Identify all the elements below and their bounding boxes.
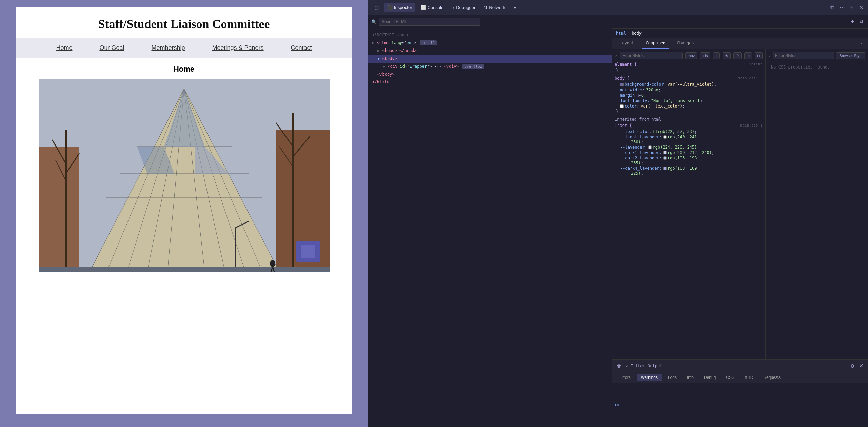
svg-rect-1 [39, 147, 79, 272]
close-console-btn[interactable]: ✕ [857, 361, 865, 370]
filter-styles-input[interactable] [620, 52, 683, 59]
tab-layout[interactable]: Layout [615, 38, 638, 49]
page-container: Staff/Student Liaison Committee Home Our… [16, 7, 352, 414]
page-title: Staff/Student Liaison Committee [23, 17, 345, 31]
html-open-line[interactable]: ▶ <html lang="en"> scroll [368, 39, 612, 47]
filter-icon: ▽ [615, 53, 617, 58]
html-div-wrapper-line[interactable]: ▶ <div id="wrapper"> ··· </div> overflow [368, 63, 612, 71]
svg-rect-33 [39, 267, 330, 272]
computed-filter-input[interactable] [773, 52, 834, 59]
html-panel: <!DOCTYPE html> ▶ <html lang="en"> scrol… [368, 28, 612, 427]
network-tab-btn[interactable]: ⇅ Network [480, 3, 509, 12]
css-tab-console[interactable]: CSS [722, 374, 738, 381]
pick-element-btn[interactable]: ⬚ [371, 3, 382, 12]
debug-tab[interactable]: Debug [700, 374, 720, 381]
add-node-btn[interactable]: + [850, 17, 855, 26]
html-search-input[interactable] [379, 18, 480, 26]
css-prop-text-color: --text_color: rgb(22, 37, 33); [615, 129, 763, 134]
css-prop-fontfamily: font-family: "Nunito", sans-serif; [615, 98, 763, 103]
html-doctype-line: <!DOCTYPE html> [368, 31, 612, 39]
console-panel: 🗑 ▽ Filter Output ⚙ ✕ Errors Warnings Lo… [612, 359, 868, 427]
logs-tab[interactable]: Logs [664, 374, 681, 381]
content-heading: Home [23, 65, 345, 74]
layout-btn[interactable]: ⊟ [755, 52, 763, 59]
inherited-from-html: Inherited from html [615, 117, 763, 122]
tab-computed[interactable]: Computed [642, 38, 669, 49]
color-swatch-text [620, 104, 624, 108]
add-rule-btn[interactable]: + [713, 52, 720, 59]
cls-btn[interactable]: .cls [700, 52, 710, 59]
nav-bar: Home Our Goal Membership Meetings & Pape… [16, 38, 352, 58]
debugger-icon: ⬦ [452, 5, 455, 10]
console-prompt: >> [615, 403, 619, 407]
scroll-badge: scroll [420, 40, 437, 45]
css-prop-margin: margin: ▶ 0; [615, 93, 763, 98]
hov-btn[interactable]: :hov [685, 52, 697, 59]
console-content: >> [612, 383, 868, 427]
inspector-tab[interactable]: ⬛ Inspector [384, 3, 415, 12]
devtools-search-bar: 🔍 + ⧉ [368, 15, 868, 28]
close-devtools-btn[interactable]: ✕ [857, 3, 865, 12]
html-head-line[interactable]: ▶ <head> </head> [368, 47, 612, 55]
filter-styles-bar: ▽ :hov .cls + ☀ ☽ ⊞ ⊟ [615, 52, 763, 59]
search-right-icons: + ⧉ [850, 17, 865, 26]
nav-item-home[interactable]: Home [42, 38, 86, 58]
css-prop-light-lavender: --light_lavender: rgb(240, 241, [615, 134, 763, 140]
css-prop-color: color: var(--text_color); [615, 103, 763, 109]
info-tab[interactable]: Info [683, 374, 698, 381]
cursor-icon: ⬚ [375, 5, 379, 10]
requests-tab[interactable]: Requests [759, 374, 785, 381]
dock-toggle-btn[interactable]: ⧉ [829, 3, 835, 12]
element-rule-block: element { inline } [615, 62, 763, 73]
search-icon: 🔍 [371, 19, 377, 24]
html-body-line[interactable]: ▼ <body> [368, 55, 612, 63]
html-body-close-line: </body> [368, 71, 612, 78]
debugger-tab-btn[interactable]: ⬦ Debugger [449, 3, 479, 12]
color-swatch-bg [620, 83, 624, 86]
nav-item-our-goal[interactable]: Our Goal [86, 38, 138, 58]
errors-tab[interactable]: Errors [615, 374, 635, 381]
devtools-right-icons: ⧉ ⋯ + ✕ [829, 3, 865, 12]
css-panel-tabs: Layout Computed Changes ⋮ [612, 38, 868, 49]
styles-panel: ▽ :hov .cls + ☀ ☽ ⊞ ⊟ element { [612, 49, 766, 359]
dark-mode-btn[interactable]: ☽ [733, 52, 742, 59]
cs-d4 [663, 167, 667, 170]
more-css-opts-btn[interactable]: ⋮ [858, 40, 865, 47]
css-prop-minwidth: min-width: 320px; [615, 87, 763, 93]
more-options-btn[interactable]: ⋯ [838, 3, 846, 12]
cs-ll [663, 135, 667, 139]
settings-icon[interactable]: ⚙ [849, 361, 856, 370]
svg-rect-32 [301, 245, 315, 258]
light-dark-btn[interactable]: ☀ [723, 52, 731, 59]
svg-point-36 [270, 260, 275, 267]
css-prop-bg: background-color: var(--ultra_violet); [615, 82, 763, 87]
warnings-tab[interactable]: Warnings [637, 374, 662, 381]
xhr-tab[interactable]: XHR [741, 374, 757, 381]
console-tab-btn[interactable]: ⬜ Console [417, 3, 447, 12]
inspector-icon: ⬛ [387, 5, 393, 10]
browser-styles-btn[interactable]: Browser Sty... [836, 52, 865, 59]
new-btn[interactable]: + [849, 3, 855, 12]
computed-panel: ▽ Browser Sty... No CSS properties found… [766, 49, 868, 359]
breadcrumb-html[interactable]: html [616, 31, 626, 36]
devtools-main: <!DOCTYPE html> ▶ <html lang="en"> scrol… [368, 28, 868, 427]
body-rule-block: body { main.css:16 background-color: var… [615, 76, 763, 114]
toggle-btn[interactable]: ⧉ [858, 17, 865, 26]
page-header: Staff/Student Liaison Committee [16, 7, 352, 38]
css-prop-dark2: --dark2_lavender: rgb(193, 198, [615, 155, 763, 161]
copy-btn[interactable]: ⊞ [744, 52, 752, 59]
html-close-line: </html> [368, 78, 612, 86]
network-icon: ⇅ [484, 5, 488, 10]
breadcrumb-body[interactable]: body [632, 31, 642, 36]
nav-item-membership[interactable]: Membership [138, 38, 198, 58]
devtools-panel: ⬚ ⬛ Inspector ⬜ Console ⬦ Debugger ⇅ Net… [368, 0, 868, 427]
overflow-badge: overflow [462, 64, 484, 69]
nav-item-contact[interactable]: Contact [277, 38, 326, 58]
trash-icon[interactable]: 🗑 [615, 362, 623, 370]
nav-item-meetings[interactable]: Meetings & Papers [198, 38, 277, 58]
more-tools-btn[interactable]: » [510, 3, 519, 12]
css-prop-lavender: --lavender: rgb(224, 226, 245); [615, 144, 763, 150]
page-content: Home [16, 58, 352, 279]
cs-text [653, 130, 657, 133]
tab-changes[interactable]: Changes [673, 38, 698, 49]
